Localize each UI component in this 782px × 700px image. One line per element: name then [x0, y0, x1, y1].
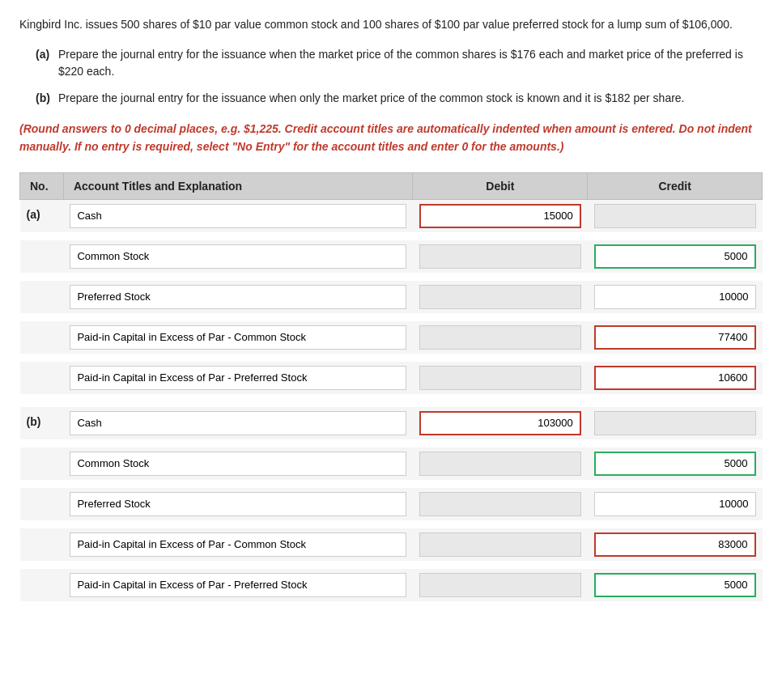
account-title-input[interactable] — [70, 285, 406, 309]
debit-cell[interactable] — [413, 240, 588, 273]
credit-input[interactable] — [594, 573, 756, 597]
credit-cell[interactable] — [588, 448, 763, 480]
account-title-input[interactable] — [70, 204, 406, 228]
sub-text-a: Prepare the journal entry for the issuan… — [58, 46, 763, 80]
debit-cell[interactable] — [413, 528, 588, 561]
account-title-input[interactable] — [70, 366, 406, 390]
table-row — [20, 240, 763, 273]
row-label-cell — [20, 240, 64, 273]
row-label-cell: (b) — [20, 407, 64, 439]
debit-cell[interactable] — [413, 199, 588, 232]
debit-empty — [419, 285, 581, 309]
instruction-text: (Round answers to 0 decimal places, e.g.… — [19, 120, 763, 156]
account-title-cell[interactable] — [63, 240, 413, 273]
account-title-input[interactable] — [70, 573, 406, 597]
debit-cell[interactable] — [413, 488, 588, 520]
account-title-input[interactable] — [70, 411, 406, 435]
table-row — [20, 448, 763, 480]
credit-input[interactable] — [594, 452, 756, 476]
debit-empty — [419, 244, 581, 269]
credit-empty — [594, 411, 756, 435]
account-title-input[interactable] — [70, 244, 406, 269]
credit-empty — [594, 204, 756, 228]
credit-cell[interactable] — [588, 569, 763, 601]
table-row — [20, 281, 763, 313]
debit-cell[interactable] — [413, 281, 588, 313]
credit-cell[interactable] — [588, 321, 763, 354]
account-title-input[interactable] — [70, 325, 406, 350]
problem-description: Kingbird Inc. issues 500 shares of $10 p… — [19, 16, 763, 33]
sub-problem-b: (b) Prepare the journal entry for the is… — [19, 90, 763, 107]
row-label-cell — [20, 448, 64, 480]
row-label-cell — [20, 488, 64, 520]
debit-input[interactable] — [419, 204, 581, 228]
credit-input[interactable] — [594, 366, 756, 390]
col-header-no: No. — [20, 172, 64, 199]
debit-cell[interactable] — [413, 569, 588, 601]
credit-input[interactable] — [594, 325, 756, 350]
sub-label-a: (a) — [19, 46, 58, 80]
table-row — [20, 528, 763, 561]
account-title-cell[interactable] — [63, 199, 413, 232]
debit-cell[interactable] — [413, 321, 588, 354]
debit-empty — [419, 492, 581, 516]
debit-empty — [419, 532, 581, 557]
sub-problem-a: (a) Prepare the journal entry for the is… — [19, 46, 763, 80]
row-label-cell — [20, 528, 64, 561]
row-label-cell — [20, 569, 64, 601]
account-title-input[interactable] — [70, 452, 406, 476]
row-label-cell — [20, 321, 64, 354]
account-title-cell[interactable] — [63, 488, 413, 520]
account-title-cell[interactable] — [63, 448, 413, 480]
account-title-cell[interactable] — [63, 407, 413, 439]
credit-cell[interactable] — [588, 281, 763, 313]
credit-input[interactable] — [594, 492, 756, 516]
credit-cell[interactable] — [588, 488, 763, 520]
table-row: (a) — [20, 199, 763, 232]
account-title-cell[interactable] — [63, 569, 413, 601]
credit-input[interactable] — [594, 285, 756, 309]
credit-cell[interactable] — [588, 528, 763, 561]
table-row — [20, 488, 763, 520]
account-title-cell[interactable] — [63, 321, 413, 354]
debit-cell[interactable] — [413, 362, 588, 394]
table-row — [20, 569, 763, 601]
account-title-input[interactable] — [70, 492, 406, 516]
debit-empty — [419, 452, 581, 476]
debit-cell[interactable] — [413, 448, 588, 480]
credit-cell[interactable] — [588, 362, 763, 394]
credit-cell[interactable] — [588, 240, 763, 273]
debit-input[interactable] — [419, 411, 581, 435]
account-title-cell[interactable] — [63, 362, 413, 394]
debit-empty — [419, 366, 581, 390]
table-row — [20, 362, 763, 394]
debit-cell[interactable] — [413, 407, 588, 439]
account-title-cell[interactable] — [63, 281, 413, 313]
table-row — [20, 321, 763, 354]
credit-input[interactable] — [594, 532, 756, 557]
debit-empty — [419, 325, 581, 350]
account-title-cell[interactable] — [63, 528, 413, 561]
credit-input[interactable] — [594, 244, 756, 269]
debit-empty — [419, 573, 581, 597]
row-label-cell: (a) — [20, 199, 64, 232]
credit-cell[interactable] — [588, 199, 763, 232]
table-row: (b) — [20, 407, 763, 439]
sub-text-b: Prepare the journal entry for the issuan… — [58, 90, 685, 107]
row-label-cell — [20, 281, 64, 313]
credit-cell[interactable] — [588, 407, 763, 439]
col-header-account: Account Titles and Explanation — [63, 172, 413, 199]
row-label-cell — [20, 362, 64, 394]
col-header-debit: Debit — [413, 172, 588, 199]
sub-label-b: (b) — [19, 90, 58, 107]
col-header-credit: Credit — [588, 172, 763, 199]
account-title-input[interactable] — [70, 532, 406, 557]
journal-entry-table: No. Account Titles and Explanation Debit… — [19, 172, 763, 601]
